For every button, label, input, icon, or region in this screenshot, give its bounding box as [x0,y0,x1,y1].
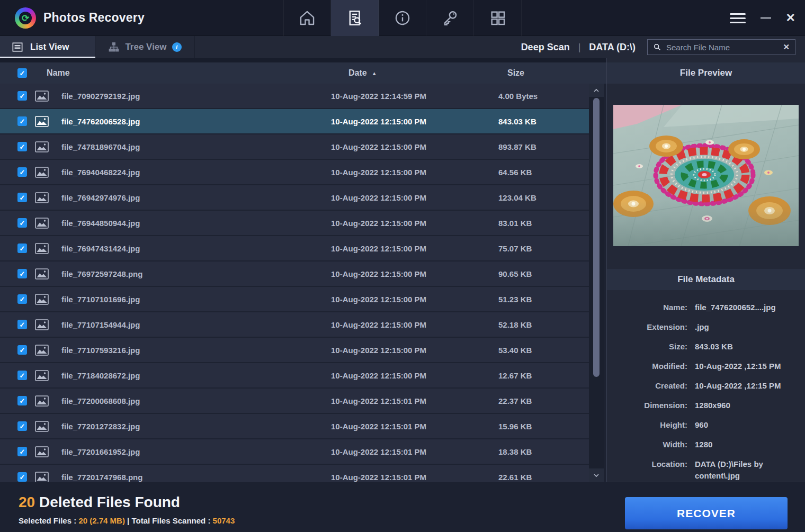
file-size: 22.61 KB [477,473,589,482]
file-row[interactable]: ✓ file_76944850944.jpg 10-Aug-2022 12:15… [0,211,589,235]
tab-tree-view[interactable]: Tree View i [95,36,195,58]
file-row[interactable]: ✓ file_74762006528.jpg 10-Aug-2022 12:15… [0,109,589,133]
row-checkbox[interactable]: ✓ [17,167,27,177]
metadata-label: Location: [607,458,687,482]
file-size: 123.04 KB [477,193,589,202]
nav-scan-results-button[interactable] [331,0,379,36]
list-view-label: List View [30,42,69,52]
row-checkbox[interactable]: ✓ [17,396,27,405]
close-button[interactable]: ✕ [786,12,795,24]
row-checkbox[interactable]: ✓ [17,421,27,431]
tree-view-icon [108,42,120,52]
file-name: file_70902792192.jpg [59,92,318,101]
row-checkbox[interactable]: ✓ [17,218,27,228]
metadata-row: Name: file_7476200652....jpg [607,302,799,313]
sort-ascending-icon: ▲ [372,70,377,76]
nav-license-key-button[interactable] [426,0,474,36]
file-row[interactable]: ✓ file_76972597248.png 10-Aug-2022 12:15… [0,262,589,286]
row-checkbox[interactable]: ✓ [17,142,27,151]
file-row[interactable]: ✓ file_76947431424.jpg 10-Aug-2022 12:15… [0,236,589,260]
chevron-down-icon [592,471,601,480]
file-size: 53.40 KB [477,346,589,355]
metadata-label: Size: [607,341,687,353]
row-checkbox[interactable]: ✓ [17,116,27,126]
found-label: Deleted Files Found [35,494,180,510]
photo-file-icon [35,421,49,432]
key-icon [441,9,459,27]
column-header-date[interactable]: Date ▲ [318,68,477,78]
scrollbar-thumb[interactable] [593,98,600,377]
row-checkbox[interactable]: ✓ [17,244,27,253]
photo-file-icon [35,218,49,229]
drive-label: DATA (D:\) [589,42,636,53]
file-date: 10-Aug-2022 12:14:59 PM [318,92,477,101]
column-header-size[interactable]: Size [477,68,606,78]
file-date: 10-Aug-2022 12:15:00 PM [318,244,477,253]
nav-info-button[interactable] [379,0,426,36]
row-checkbox[interactable]: ✓ [17,294,27,304]
file-date: 10-Aug-2022 12:15:00 PM [318,295,477,304]
metadata-row: Extension: .jpg [607,321,799,333]
file-name: file_77201661952.jpg [59,447,318,456]
file-row[interactable]: ✓ file_77107154944.jpg 10-Aug-2022 12:15… [0,312,589,337]
scroll-down-button[interactable] [589,468,604,482]
view-toolbar: List View Tree View i Deep Scan | DATA (… [0,36,805,58]
metadata-label: Created: [607,380,687,392]
file-row[interactable]: ✓ file_77200068608.jpg 10-Aug-2022 12:15… [0,389,589,413]
tree-view-info-icon[interactable]: i [172,42,182,52]
deleted-files-found: 20 Deleted Files Found [19,494,180,511]
file-date: 10-Aug-2022 12:15:01 PM [318,473,477,482]
file-row[interactable]: ✓ file_70902792192.jpg 10-Aug-2022 12:14… [0,84,589,108]
minimize-button[interactable] [759,12,772,24]
metadata-label: Extension: [607,321,687,333]
row-checkbox[interactable]: ✓ [17,320,27,329]
file-row[interactable]: ✓ file_77201661952.jpg 10-Aug-2022 12:15… [0,439,589,464]
file-row[interactable]: ✓ file_77184028672.jpg 10-Aug-2022 12:15… [0,363,589,387]
file-date: 10-Aug-2022 12:15:00 PM [318,117,477,126]
row-checkbox[interactable]: ✓ [17,345,27,355]
tab-list-view[interactable]: List View [0,36,95,58]
file-row[interactable]: ✓ file_77201747968.png 10-Aug-2022 12:15… [0,465,589,482]
metadata-row: Modified: 10-Aug-2022 ,12:15 PM [607,360,799,372]
nav-modules-button[interactable] [474,0,522,36]
photo-file-icon [35,167,49,178]
window-controls: ✕ [730,0,795,36]
row-checkbox[interactable]: ✓ [17,269,27,278]
status-footer: 20 Deleted Files Found Selected Files : … [0,482,805,532]
row-checkbox[interactable]: ✓ [17,371,27,380]
photo-file-icon [35,395,49,407]
file-name: file_74762006528.jpg [59,117,318,126]
photo-file-icon [35,294,49,305]
file-row[interactable]: ✓ file_76940468224.jpg 10-Aug-2022 12:15… [0,160,589,184]
select-all-checkbox[interactable]: ✓ [17,68,27,78]
title-bar: ⟳ Photos Recovery ✕ [0,0,805,36]
photo-file-icon [35,192,49,203]
list-scrollbar[interactable] [589,84,604,482]
file-metadata-title: File Metadata [607,269,805,290]
search-clear-icon[interactable]: ✕ [783,42,790,52]
file-row[interactable]: ✓ file_77107101696.jpg 10-Aug-2022 12:15… [0,287,589,311]
home-icon [298,9,316,27]
file-row[interactable]: ✓ file_77201272832.jpg 10-Aug-2022 12:15… [0,414,589,438]
recover-button[interactable]: RECOVER [625,497,788,529]
logo-arrows-glyph: ⟳ [15,7,36,29]
row-checkbox[interactable]: ✓ [17,193,27,202]
file-name: file_76972597248.png [59,269,318,278]
file-row[interactable]: ✓ file_74781896704.jpg 10-Aug-2022 12:15… [0,134,589,159]
row-checkbox[interactable]: ✓ [17,447,27,456]
menu-icon[interactable] [730,13,746,23]
row-checkbox[interactable]: ✓ [17,91,27,101]
file-size: 75.07 KB [477,244,589,253]
file-table-header: ✓ Name Date ▲ Size [0,62,606,84]
column-header-name[interactable]: Name [35,68,318,78]
file-date: 10-Aug-2022 12:15:00 PM [318,346,477,355]
file-row[interactable]: ✓ file_77107593216.jpg 10-Aug-2022 12:15… [0,338,589,362]
search-input[interactable] [666,43,778,52]
file-name: file_76940468224.jpg [59,168,318,177]
file-name: file_77200068608.jpg [59,396,318,405]
scroll-up-button[interactable] [589,84,604,97]
nav-home-button[interactable] [283,0,331,36]
file-name: file_76942974976.jpg [59,193,318,202]
file-row[interactable]: ✓ file_76942974976.jpg 10-Aug-2022 12:15… [0,185,589,210]
row-checkbox[interactable]: ✓ [17,472,27,482]
